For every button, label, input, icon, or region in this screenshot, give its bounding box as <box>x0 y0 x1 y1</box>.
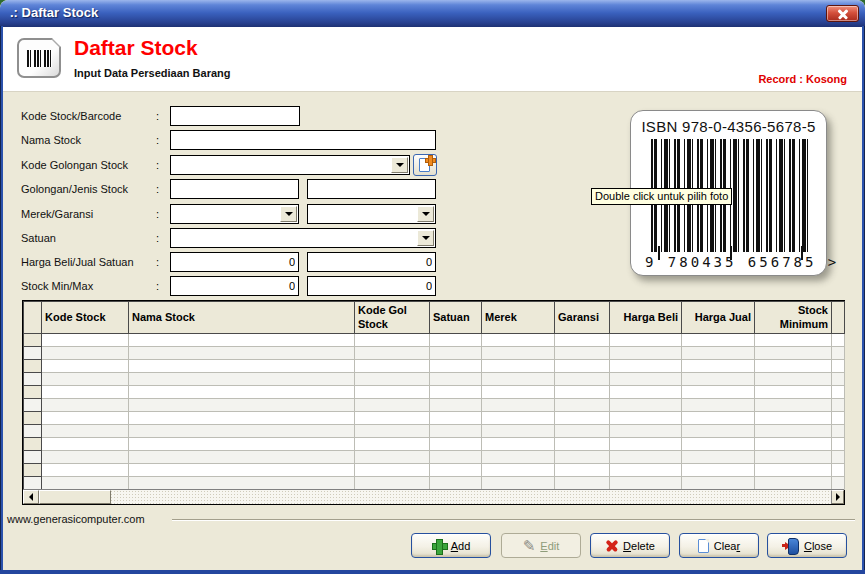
delete-button[interactable]: Delete <box>590 533 670 558</box>
col-filler <box>832 302 845 334</box>
delete-icon <box>605 539 618 552</box>
table-row[interactable] <box>24 334 845 347</box>
field-label: Kode Golongan Stock <box>21 159 151 171</box>
chevron-down-icon[interactable] <box>280 206 297 222</box>
garansi-combo[interactable] <box>307 204 436 224</box>
col-kode-stock[interactable]: Kode Stock <box>42 302 129 334</box>
new-item-icon <box>419 158 430 172</box>
field-label: Stock Min/Max <box>21 280 151 292</box>
table-row[interactable] <box>24 477 845 490</box>
field-label: Merek/Garansi <box>21 208 151 220</box>
chevron-down-icon[interactable] <box>391 157 408 173</box>
clear-button[interactable]: Clear <box>679 533 759 558</box>
stock-table: Kode Stock Nama Stock Kode Gol Stock Sat… <box>22 300 845 505</box>
edit-button: ✎ Edit <box>501 533 581 558</box>
nama-stock-input[interactable] <box>170 130 436 150</box>
close-icon <box>838 9 848 19</box>
exit-door-icon <box>782 538 799 553</box>
table-header-row: Kode Stock Nama Stock Kode Gol Stock Sat… <box>24 302 845 334</box>
golongan-input[interactable] <box>170 179 299 199</box>
isbn-text: ISBN 978-0-4356-5678-5 <box>631 118 826 135</box>
merek-combo[interactable] <box>170 204 299 224</box>
stock-table-body <box>24 334 845 490</box>
harga-beli-input[interactable] <box>170 252 299 272</box>
table-row[interactable] <box>24 347 845 360</box>
field-label: Kode Stock/Barcode <box>21 110 151 122</box>
add-icon <box>432 539 446 553</box>
col-merek[interactable]: Merek <box>482 302 555 334</box>
chevron-down-icon[interactable] <box>417 206 434 222</box>
col-harga-beli[interactable]: Harga Beli <box>610 302 682 334</box>
arrow-right-icon <box>836 493 840 501</box>
col-kode-gol-stock[interactable]: Kode Gol Stock <box>355 302 430 334</box>
barcode-digits: 9 780435 656785 > <box>645 254 816 270</box>
page-header: Daftar Stock Input Data Persediaan Baran… <box>0 27 865 92</box>
chevron-down-icon[interactable] <box>417 230 434 246</box>
title-bar[interactable]: .: Daftar Stock <box>0 0 865 27</box>
page-title: Daftar Stock <box>74 36 198 60</box>
clear-page-icon <box>698 539 709 553</box>
field-label: Satuan <box>21 232 151 244</box>
close-window-button[interactable] <box>826 5 859 22</box>
field-label: Harga Beli/Jual Satuan <box>21 256 151 268</box>
table-row[interactable] <box>24 412 845 425</box>
window-title: .: Daftar Stock <box>10 5 98 20</box>
app-window: .: Daftar Stock Daftar Stock Input Data … <box>0 0 865 574</box>
barcode-sticker-icon <box>17 38 61 78</box>
website-label: www.generasicomputer.com <box>7 513 145 525</box>
record-status: Record : Kosong <box>758 73 847 85</box>
col-satuan[interactable]: Satuan <box>430 302 482 334</box>
add-button[interactable]: Add <box>411 533 491 558</box>
field-label: Golongan/Jenis Stock <box>21 183 151 195</box>
kode-golongan-combo[interactable] <box>170 155 410 175</box>
satuan-combo[interactable] <box>170 228 436 248</box>
table-row[interactable] <box>24 360 845 373</box>
scrollbar-thumb[interactable] <box>39 490 111 504</box>
table-row[interactable] <box>24 386 845 399</box>
arrow-left-icon <box>29 493 33 501</box>
stock-max-input[interactable] <box>307 276 436 296</box>
table-row[interactable] <box>24 399 845 412</box>
scroll-left-button[interactable] <box>23 490 39 504</box>
window-border-bottom <box>0 570 865 574</box>
table-row[interactable] <box>24 425 845 438</box>
footer-divider <box>172 519 855 521</box>
table-row[interactable] <box>24 438 845 451</box>
table-row[interactable] <box>24 373 845 386</box>
pencil-icon: ✎ <box>523 539 536 553</box>
harga-jual-input[interactable] <box>307 252 436 272</box>
col-harga-jual[interactable]: Harga Jual <box>682 302 755 334</box>
scroll-right-button[interactable] <box>831 490 844 504</box>
table-row[interactable] <box>24 451 845 464</box>
col-garansi[interactable]: Garansi <box>555 302 610 334</box>
stock-min-input[interactable] <box>170 276 299 296</box>
new-golongan-button[interactable] <box>413 154 437 176</box>
col-stock-minimum[interactable]: Stock Minimum <box>755 302 832 334</box>
photo-tooltip: Double click untuk pilih foto <box>591 188 732 205</box>
col-nama-stock[interactable]: Nama Stock <box>129 302 355 334</box>
col-selector <box>24 302 42 334</box>
daftar-stock-window: .: Daftar Stock Daftar Stock Input Data … <box>0 0 865 574</box>
horizontal-scrollbar[interactable] <box>23 489 844 504</box>
jenis-stock-input[interactable] <box>307 179 436 199</box>
kode-stock-input[interactable] <box>170 106 300 126</box>
table-row[interactable] <box>24 464 845 477</box>
window-border-left <box>0 26 3 574</box>
field-label: Nama Stock <box>21 134 151 146</box>
close-button[interactable]: Close <box>767 533 847 558</box>
page-subtitle: Input Data Persediaan Barang <box>74 67 231 79</box>
